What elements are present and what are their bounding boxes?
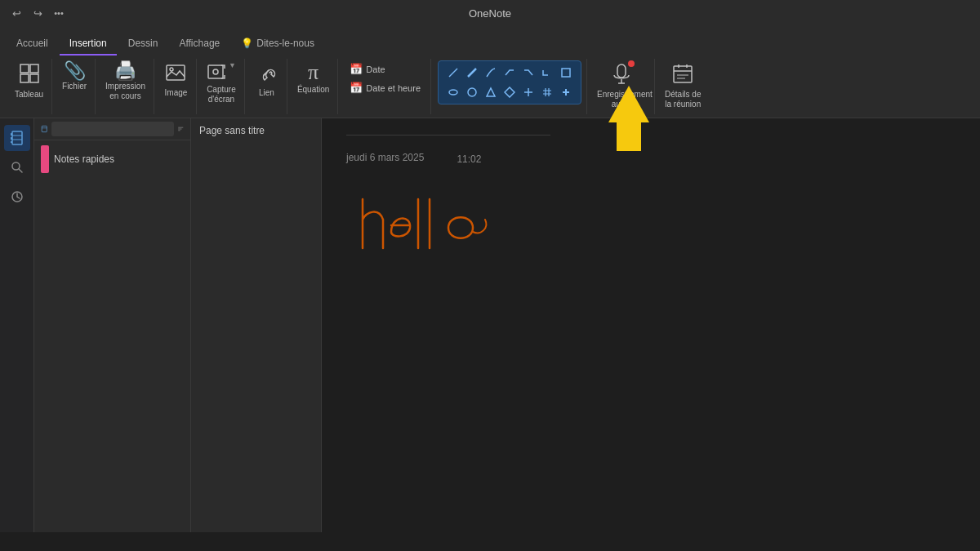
group-image: Image [156, 59, 197, 114]
group-equation: π Équation [289, 59, 338, 114]
lien-button[interactable]: Lien [252, 60, 280, 100]
book-icon [41, 123, 48, 135]
tableau-label: Tableau [15, 90, 43, 100]
tab-insertion[interactable]: Insertion [60, 33, 117, 56]
sort-icon[interactable] [177, 123, 185, 135]
date-button[interactable]: 📅 Date [345, 60, 425, 78]
shape-triangle[interactable] [483, 84, 499, 100]
section-item-notes-rapides[interactable]: Notes rapides [34, 140, 190, 178]
fichier-icon: 📎 [64, 62, 86, 80]
ribbon: Accueil Insertion Dessin Affichage 💡 Dit… [0, 26, 980, 118]
svg-rect-14 [674, 66, 692, 82]
undo-button[interactable]: ↩ [7, 3, 26, 23]
tab-accueil[interactable]: Accueil [7, 33, 58, 56]
lien-icon [256, 62, 277, 87]
impression-icon: 🖨️ [114, 62, 136, 80]
shape-cross[interactable] [520, 84, 537, 100]
app-title: OneNote [469, 7, 511, 20]
shape-angle3[interactable] [539, 64, 555, 81]
ribbon-content: Tableau 📎 Fichier 🖨️ Impression en cours [0, 56, 980, 118]
date-label: Date [366, 64, 385, 74]
undo-redo-area: ↩ ↪ ••• [7, 0, 69, 26]
group-capture: ▼ Capture d'écran [198, 59, 245, 114]
ribbon-tabs: Accueil Insertion Dessin Affichage 💡 Dit… [0, 26, 980, 56]
svg-rect-17 [11, 137, 12, 140]
group-tableau: Tableau [7, 59, 52, 114]
svg-rect-3 [30, 74, 38, 82]
section-search-input[interactable] [51, 122, 174, 136]
shape-grid[interactable] [539, 84, 555, 100]
redo-button[interactable]: ↪ [28, 3, 47, 23]
tableau-button[interactable]: Tableau [11, 60, 47, 101]
sidebar-icon-search[interactable] [4, 154, 30, 180]
shape-line[interactable] [445, 64, 461, 81]
shape-angle2[interactable] [520, 64, 537, 81]
impression-button[interactable]: 🖨️ Impression en cours [102, 60, 149, 103]
svg-rect-0 [20, 64, 29, 73]
equation-button[interactable]: π Équation [294, 60, 332, 96]
left-sidebar [0, 118, 34, 532]
svg-line-9 [468, 69, 476, 77]
titlebar: ↩ ↪ ••• OneNote [0, 0, 980, 26]
equation-label: Équation [297, 85, 329, 95]
shapes-row-1 [445, 64, 574, 81]
note-area[interactable]: jeudi 6 mars 2025 11:02 [322, 118, 980, 532]
tab-dessin[interactable]: Dessin [118, 33, 168, 56]
sidebar-icon-notebook[interactable] [4, 125, 30, 151]
shape-rect[interactable] [558, 64, 574, 81]
sections-header [34, 118, 190, 140]
page-label: Page sans titre [199, 125, 265, 136]
enregistrement-button[interactable]: Enregistrement audio [594, 60, 649, 111]
lien-label: Lien [259, 88, 274, 98]
shape-plus[interactable] [558, 84, 574, 100]
sidebar-icon-recent[interactable] [4, 184, 30, 210]
pages-panel: Page sans titre [191, 118, 322, 532]
svg-line-8 [449, 69, 457, 77]
group-shapes [433, 59, 587, 114]
shape-circle[interactable] [464, 84, 480, 100]
section-label: Notes rapides [54, 153, 114, 165]
shape-diamond[interactable] [501, 84, 518, 100]
details-label: Détails de la réunion [665, 90, 701, 109]
shapes-container [438, 60, 581, 104]
section-color-dot [41, 145, 49, 173]
image-label: Image [165, 88, 188, 98]
sections-panel: Notes rapides [34, 118, 191, 532]
svg-rect-18 [11, 141, 12, 143]
note-date-row: jeudi 6 mars 2025 11:02 [346, 152, 956, 167]
date-heure-button[interactable]: 📅 Date et heure [345, 79, 425, 96]
svg-rect-1 [30, 64, 38, 73]
svg-rect-6 [208, 65, 223, 78]
capture-label: Capture d'écran [207, 85, 236, 104]
tab-hint[interactable]: 💡 Dites-le-nous [231, 33, 324, 56]
lightbulb-icon: 💡 [241, 38, 253, 49]
shape-ellipse[interactable] [445, 84, 461, 100]
shape-line-bold[interactable] [464, 64, 480, 81]
svg-rect-13 [617, 64, 626, 78]
fichier-button[interactable]: 📎 Fichier [59, 60, 90, 93]
shape-arc[interactable] [483, 64, 499, 81]
note-separator [346, 135, 550, 136]
capture-button[interactable]: ▼ Capture d'écran [203, 60, 239, 106]
page-item-0[interactable]: Page sans titre [191, 118, 321, 143]
details-button[interactable]: Détails de la réunion [662, 60, 704, 111]
group-enregistrement: Enregistrement audio [589, 59, 655, 114]
group-lien: Lien [247, 59, 287, 114]
more-button[interactable]: ••• [49, 3, 69, 23]
equation-icon: π [308, 62, 318, 83]
record-dot [628, 60, 635, 67]
date-icon: 📅 [350, 63, 363, 75]
image-button[interactable]: Image [162, 60, 191, 100]
svg-point-12 [468, 88, 476, 96]
svg-rect-16 [11, 133, 12, 136]
tableau-icon [18, 62, 41, 88]
svg-rect-15 [12, 131, 22, 144]
note-time: 11:02 [457, 153, 481, 165]
shape-angle1[interactable] [501, 64, 518, 81]
svg-point-5 [170, 68, 173, 71]
svg-rect-21 [42, 126, 47, 131]
group-impression: 🖨️ Impression en cours [97, 59, 154, 114]
handwriting-svg [346, 183, 591, 264]
tab-affichage[interactable]: Affichage [169, 33, 229, 56]
image-icon [165, 62, 186, 87]
